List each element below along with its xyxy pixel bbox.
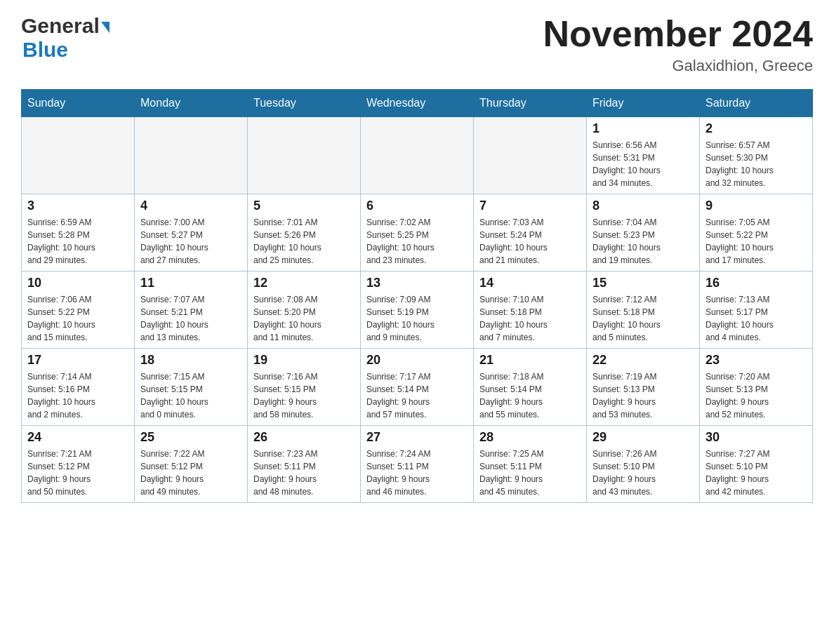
day-number: 25 bbox=[140, 430, 241, 445]
day-info: Sunrise: 7:27 AM Sunset: 5:10 PM Dayligh… bbox=[706, 448, 807, 498]
day-info: Sunrise: 7:10 AM Sunset: 5:18 PM Dayligh… bbox=[479, 293, 581, 344]
day-info: Sunrise: 7:22 AM Sunset: 5:12 PM Dayligh… bbox=[140, 448, 241, 498]
day-number: 17 bbox=[27, 353, 128, 368]
calendar-cell: 12Sunrise: 7:08 AM Sunset: 5:20 PM Dayli… bbox=[248, 271, 361, 349]
day-number: 11 bbox=[140, 276, 241, 290]
day-info: Sunrise: 7:24 AM Sunset: 5:11 PM Dayligh… bbox=[366, 448, 468, 498]
day-info: Sunrise: 7:13 AM Sunset: 5:17 PM Dayligh… bbox=[706, 293, 807, 344]
week-row-5: 24Sunrise: 7:21 AM Sunset: 5:12 PM Dayli… bbox=[22, 426, 813, 503]
calendar-cell: 1Sunrise: 6:56 AM Sunset: 5:31 PM Daylig… bbox=[587, 117, 700, 194]
day-number: 23 bbox=[706, 353, 807, 368]
calendar-cell: 2Sunrise: 6:57 AM Sunset: 5:30 PM Daylig… bbox=[700, 117, 813, 194]
calendar-cell: 29Sunrise: 7:26 AM Sunset: 5:10 PM Dayli… bbox=[587, 426, 700, 503]
calendar-cell: 22Sunrise: 7:19 AM Sunset: 5:13 PM Dayli… bbox=[587, 349, 700, 426]
day-number: 24 bbox=[27, 430, 128, 445]
calendar-cell bbox=[474, 117, 587, 194]
calendar-cell bbox=[22, 117, 135, 194]
logo-general-text: General bbox=[21, 14, 100, 38]
day-info: Sunrise: 7:01 AM Sunset: 5:26 PM Dayligh… bbox=[253, 216, 355, 267]
weekday-header-monday: Monday bbox=[135, 90, 248, 117]
calendar-cell: 8Sunrise: 7:04 AM Sunset: 5:23 PM Daylig… bbox=[587, 194, 700, 271]
day-info: Sunrise: 7:00 AM Sunset: 5:27 PM Dayligh… bbox=[140, 216, 241, 267]
day-info: Sunrise: 7:19 AM Sunset: 5:13 PM Dayligh… bbox=[593, 370, 694, 421]
calendar-cell bbox=[361, 117, 474, 194]
calendar-cell: 3Sunrise: 6:59 AM Sunset: 5:28 PM Daylig… bbox=[22, 194, 135, 271]
day-number: 20 bbox=[366, 353, 468, 368]
day-info: Sunrise: 6:57 AM Sunset: 5:30 PM Dayligh… bbox=[706, 139, 807, 189]
weekday-header-wednesday: Wednesday bbox=[361, 90, 474, 117]
day-info: Sunrise: 7:20 AM Sunset: 5:13 PM Dayligh… bbox=[706, 370, 807, 421]
weekday-header-saturday: Saturday bbox=[700, 90, 813, 117]
location-title: Galaxidhion, Greece bbox=[543, 57, 813, 75]
day-info: Sunrise: 7:16 AM Sunset: 5:15 PM Dayligh… bbox=[253, 370, 355, 421]
month-title: November 2024 bbox=[543, 14, 813, 54]
day-info: Sunrise: 7:14 AM Sunset: 5:16 PM Dayligh… bbox=[27, 370, 128, 421]
week-row-1: 1Sunrise: 6:56 AM Sunset: 5:31 PM Daylig… bbox=[22, 117, 813, 194]
day-number: 10 bbox=[27, 276, 128, 290]
day-number: 1 bbox=[593, 121, 694, 136]
day-info: Sunrise: 7:07 AM Sunset: 5:21 PM Dayligh… bbox=[140, 293, 241, 344]
calendar-cell: 25Sunrise: 7:22 AM Sunset: 5:12 PM Dayli… bbox=[135, 426, 248, 503]
calendar-cell: 18Sunrise: 7:15 AM Sunset: 5:15 PM Dayli… bbox=[135, 349, 248, 426]
calendar-cell: 4Sunrise: 7:00 AM Sunset: 5:27 PM Daylig… bbox=[135, 194, 248, 271]
calendar-cell: 9Sunrise: 7:05 AM Sunset: 5:22 PM Daylig… bbox=[700, 194, 813, 271]
week-row-3: 10Sunrise: 7:06 AM Sunset: 5:22 PM Dayli… bbox=[22, 271, 813, 349]
day-info: Sunrise: 7:15 AM Sunset: 5:15 PM Dayligh… bbox=[140, 370, 241, 421]
calendar-cell: 26Sunrise: 7:23 AM Sunset: 5:11 PM Dayli… bbox=[248, 426, 361, 503]
day-number: 2 bbox=[706, 121, 807, 136]
weekday-header-row: SundayMondayTuesdayWednesdayThursdayFrid… bbox=[22, 90, 813, 117]
calendar-cell: 28Sunrise: 7:25 AM Sunset: 5:11 PM Dayli… bbox=[474, 426, 587, 503]
day-info: Sunrise: 7:23 AM Sunset: 5:11 PM Dayligh… bbox=[253, 448, 355, 498]
calendar-cell: 23Sunrise: 7:20 AM Sunset: 5:13 PM Dayli… bbox=[700, 349, 813, 426]
day-info: Sunrise: 7:09 AM Sunset: 5:19 PM Dayligh… bbox=[366, 293, 468, 344]
day-number: 13 bbox=[366, 276, 468, 290]
calendar-cell: 6Sunrise: 7:02 AM Sunset: 5:25 PM Daylig… bbox=[361, 194, 474, 271]
day-number: 5 bbox=[253, 199, 355, 213]
day-info: Sunrise: 7:18 AM Sunset: 5:14 PM Dayligh… bbox=[479, 370, 581, 421]
day-number: 18 bbox=[140, 353, 241, 368]
day-number: 27 bbox=[366, 430, 468, 445]
day-info: Sunrise: 6:59 AM Sunset: 5:28 PM Dayligh… bbox=[27, 216, 128, 267]
day-info: Sunrise: 7:03 AM Sunset: 5:24 PM Dayligh… bbox=[479, 216, 581, 267]
day-number: 19 bbox=[253, 353, 355, 368]
day-number: 8 bbox=[593, 199, 694, 213]
day-number: 6 bbox=[366, 199, 468, 213]
day-info: Sunrise: 7:02 AM Sunset: 5:25 PM Dayligh… bbox=[366, 216, 468, 267]
day-info: Sunrise: 7:05 AM Sunset: 5:22 PM Dayligh… bbox=[706, 216, 807, 267]
calendar-cell: 14Sunrise: 7:10 AM Sunset: 5:18 PM Dayli… bbox=[474, 271, 587, 349]
day-info: Sunrise: 7:12 AM Sunset: 5:18 PM Dayligh… bbox=[593, 293, 694, 344]
day-number: 26 bbox=[253, 430, 355, 445]
calendar-cell: 17Sunrise: 7:14 AM Sunset: 5:16 PM Dayli… bbox=[22, 349, 135, 426]
calendar-cell: 30Sunrise: 7:27 AM Sunset: 5:10 PM Dayli… bbox=[700, 426, 813, 503]
day-info: Sunrise: 7:06 AM Sunset: 5:22 PM Dayligh… bbox=[27, 293, 128, 344]
calendar-cell: 11Sunrise: 7:07 AM Sunset: 5:21 PM Dayli… bbox=[135, 271, 248, 349]
day-info: Sunrise: 6:56 AM Sunset: 5:31 PM Dayligh… bbox=[593, 139, 694, 189]
calendar-cell: 16Sunrise: 7:13 AM Sunset: 5:17 PM Dayli… bbox=[700, 271, 813, 349]
calendar-cell: 5Sunrise: 7:01 AM Sunset: 5:26 PM Daylig… bbox=[248, 194, 361, 271]
day-number: 9 bbox=[706, 199, 807, 213]
day-info: Sunrise: 7:25 AM Sunset: 5:11 PM Dayligh… bbox=[479, 448, 581, 498]
day-info: Sunrise: 7:21 AM Sunset: 5:12 PM Dayligh… bbox=[27, 448, 128, 498]
day-number: 14 bbox=[479, 276, 581, 290]
day-number: 29 bbox=[593, 430, 694, 445]
day-number: 7 bbox=[479, 199, 581, 213]
calendar-cell bbox=[135, 117, 248, 194]
day-info: Sunrise: 7:04 AM Sunset: 5:23 PM Dayligh… bbox=[593, 216, 694, 267]
day-number: 12 bbox=[253, 276, 355, 290]
calendar-table: SundayMondayTuesdayWednesdayThursdayFrid… bbox=[21, 89, 813, 503]
calendar-cell: 27Sunrise: 7:24 AM Sunset: 5:11 PM Dayli… bbox=[361, 426, 474, 503]
title-block: November 2024 Galaxidhion, Greece bbox=[543, 14, 813, 75]
week-row-2: 3Sunrise: 6:59 AM Sunset: 5:28 PM Daylig… bbox=[22, 194, 813, 271]
page-header: General Blue November 2024 Galaxidhion, … bbox=[21, 14, 813, 75]
day-number: 16 bbox=[706, 276, 807, 290]
calendar-cell: 20Sunrise: 7:17 AM Sunset: 5:14 PM Dayli… bbox=[361, 349, 474, 426]
weekday-header-friday: Friday bbox=[587, 90, 700, 117]
logo: General Blue bbox=[21, 14, 110, 62]
week-row-4: 17Sunrise: 7:14 AM Sunset: 5:16 PM Dayli… bbox=[22, 349, 813, 426]
calendar-cell: 19Sunrise: 7:16 AM Sunset: 5:15 PM Dayli… bbox=[248, 349, 361, 426]
calendar-cell: 15Sunrise: 7:12 AM Sunset: 5:18 PM Dayli… bbox=[587, 271, 700, 349]
logo-triangle-icon bbox=[101, 22, 110, 33]
calendar-cell: 13Sunrise: 7:09 AM Sunset: 5:19 PM Dayli… bbox=[361, 271, 474, 349]
calendar-cell: 10Sunrise: 7:06 AM Sunset: 5:22 PM Dayli… bbox=[22, 271, 135, 349]
day-number: 15 bbox=[593, 276, 694, 290]
